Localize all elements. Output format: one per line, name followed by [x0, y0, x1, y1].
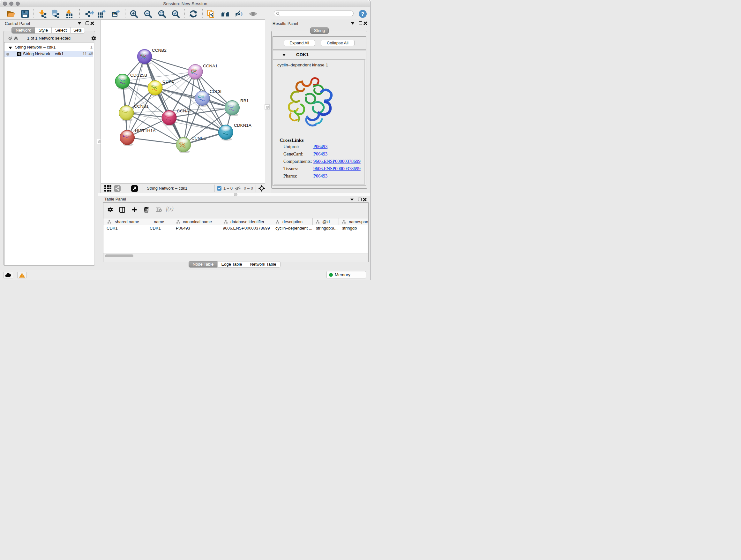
svg-text:?: ?: [361, 11, 364, 17]
svg-text:HIST1H1A: HIST1H1A: [135, 128, 156, 133]
svg-text:CCNB2: CCNB2: [152, 48, 166, 53]
svg-text:CDK1: CDK1: [162, 79, 174, 84]
svg-text:CCNA1: CCNA1: [203, 64, 218, 68]
svg-text:CCNB1: CCNB1: [134, 104, 149, 109]
svg-text:RB1: RB1: [240, 98, 249, 103]
svg-text:CDKN1A: CDKN1A: [234, 123, 252, 128]
svg-text:CDC6: CDC6: [210, 89, 221, 94]
svg-text:CDC25B: CDC25B: [130, 73, 147, 78]
svg-text:CCNE1: CCNE1: [192, 136, 206, 140]
svg-text:CCNA2: CCNA2: [177, 109, 192, 113]
